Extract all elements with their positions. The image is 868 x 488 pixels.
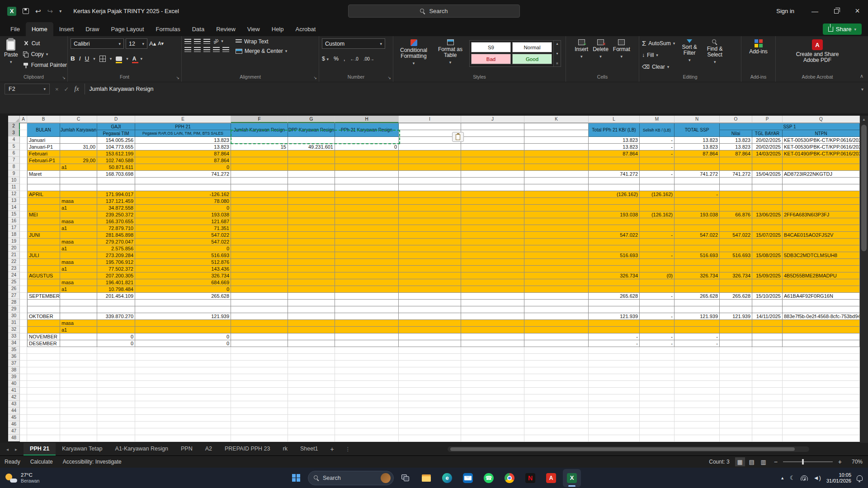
cell-F43[interactable]	[231, 401, 288, 408]
row-header-17[interactable]: 17	[8, 225, 20, 231]
bold-button[interactable]: B	[71, 55, 75, 62]
cell-P17[interactable]	[752, 225, 783, 232]
cell-A48[interactable]	[20, 435, 27, 442]
cell-K26[interactable]	[524, 286, 589, 293]
cell-F18[interactable]	[231, 232, 288, 239]
cell-A5[interactable]	[20, 144, 27, 150]
grow-font-icon[interactable]: A▴	[149, 40, 156, 47]
align-middle-icon[interactable]	[194, 39, 201, 44]
cell-Q36[interactable]	[783, 354, 860, 361]
percent-style-icon[interactable]: %	[334, 56, 339, 62]
cell-B44[interactable]	[27, 408, 60, 415]
cell-M37[interactable]	[640, 361, 675, 367]
format-as-table-button[interactable]: Format as Table▾	[435, 38, 466, 66]
cell-A19[interactable]	[20, 239, 27, 245]
sheet-nav-left-icon[interactable]: ◂	[6, 447, 9, 452]
cell-F42[interactable]	[231, 394, 288, 401]
cell-F5[interactable]: 15	[231, 144, 288, 150]
cell-L25[interactable]	[589, 279, 640, 286]
row-header-12[interactable]: 12	[8, 191, 20, 197]
cell-B47[interactable]	[27, 428, 60, 435]
cell-K44[interactable]	[524, 408, 589, 415]
cell-E29[interactable]	[135, 306, 231, 313]
cell-O38[interactable]	[720, 367, 752, 374]
cell-L35[interactable]	[589, 347, 640, 354]
cell-F44[interactable]	[231, 408, 288, 415]
cell-Q16[interactable]	[783, 218, 860, 225]
row-header-3[interactable]: 3	[8, 130, 20, 136]
cell-N21[interactable]: 516.693	[675, 252, 720, 259]
cell-J29[interactable]	[461, 306, 524, 313]
cell-C40[interactable]	[60, 381, 97, 388]
find-select-button[interactable]: Find & Select▾	[704, 38, 726, 66]
cell-J19[interactable]	[461, 239, 524, 245]
row-header-9[interactable]: 9	[8, 170, 20, 177]
cell-Q13[interactable]	[783, 198, 860, 205]
redo-icon[interactable]: ↪	[47, 7, 53, 15]
cell-D39[interactable]	[97, 374, 135, 381]
cell-G27[interactable]	[288, 293, 335, 300]
cell-P36[interactable]	[752, 354, 783, 361]
cell-O6[interactable]: 87.864	[720, 150, 752, 157]
cell-A38[interactable]	[20, 367, 27, 374]
cell-N5[interactable]: 13.823	[675, 144, 720, 150]
cell-F13[interactable]	[231, 198, 288, 205]
cell-H42[interactable]	[335, 394, 399, 401]
borders-icon[interactable]	[99, 56, 106, 62]
collapse-ribbon-icon[interactable]: ∧	[860, 73, 863, 79]
cell-F8[interactable]	[231, 164, 288, 171]
cell-L45[interactable]	[589, 415, 640, 422]
cell-N7[interactable]	[675, 157, 720, 164]
cell-K24[interactable]	[524, 272, 589, 279]
cell-P15[interactable]: 13/06/2025	[752, 211, 783, 218]
cell-Q48[interactable]	[783, 435, 860, 442]
cell-Q43[interactable]	[783, 401, 860, 408]
cell-H18[interactable]	[335, 232, 399, 239]
cell-H23[interactable]	[335, 266, 399, 272]
cell-K31[interactable]	[524, 320, 589, 327]
cell-Q8[interactable]	[783, 164, 860, 171]
cell-E5[interactable]: 13.823	[135, 144, 231, 150]
cell-P19[interactable]	[752, 239, 783, 245]
cell-L12[interactable]: (126.162)	[589, 191, 640, 198]
cell-D23[interactable]: 77.502.372	[97, 266, 135, 272]
cell-J37[interactable]	[461, 361, 524, 367]
row-header-7[interactable]: 7	[8, 157, 20, 164]
cell-L13[interactable]	[589, 198, 640, 205]
cell-I22[interactable]	[399, 259, 461, 266]
cell-Q24[interactable]: 4B5D55BME2BMADPU	[783, 272, 860, 279]
cell-K34[interactable]	[524, 340, 589, 347]
cell-K43[interactable]	[524, 401, 589, 408]
cell-M19[interactable]	[640, 239, 675, 245]
cell-P25[interactable]	[752, 279, 783, 286]
header-pph21[interactable]: PPH 21	[135, 123, 231, 130]
sheet-tab-a1-karyawan-resign[interactable]: A1-Karyawan Resign	[109, 443, 175, 455]
row-header-32[interactable]: 32	[8, 326, 20, 333]
cell-H24[interactable]	[335, 272, 399, 279]
cell-F23[interactable]	[231, 266, 288, 272]
column-header-C[interactable]: C	[60, 116, 97, 123]
cell-K18[interactable]	[524, 232, 589, 239]
cell-P24[interactable]: 15/09/2025	[752, 272, 783, 279]
taskbar-search[interactable]: Search	[308, 471, 394, 485]
cell-P6[interactable]: 14/03/2025	[752, 150, 783, 157]
cell-M35[interactable]	[640, 347, 675, 354]
row-header-33[interactable]: 33	[8, 333, 20, 340]
acrobat-button[interactable]: A	[542, 469, 560, 487]
cell-F41[interactable]	[231, 388, 288, 394]
cell-A7[interactable]	[20, 157, 27, 164]
cell-A18[interactable]	[20, 232, 27, 239]
cell-G44[interactable]	[288, 408, 335, 415]
cell-K41[interactable]	[524, 388, 589, 394]
night-mode-icon[interactable]: ☾	[790, 474, 795, 481]
sheet-tab-pph-21[interactable]: PPH 21	[24, 443, 56, 455]
cell-Q28[interactable]	[783, 300, 860, 306]
cell-I17[interactable]	[399, 225, 461, 232]
cell-K13[interactable]	[524, 198, 589, 205]
cell-O13[interactable]	[720, 198, 752, 205]
cell-M18[interactable]: -	[640, 232, 675, 239]
cell-F12[interactable]	[231, 191, 288, 198]
cell-B13[interactable]	[27, 198, 60, 205]
cell-Q22[interactable]	[783, 259, 860, 266]
cell-B16[interactable]	[27, 218, 60, 225]
